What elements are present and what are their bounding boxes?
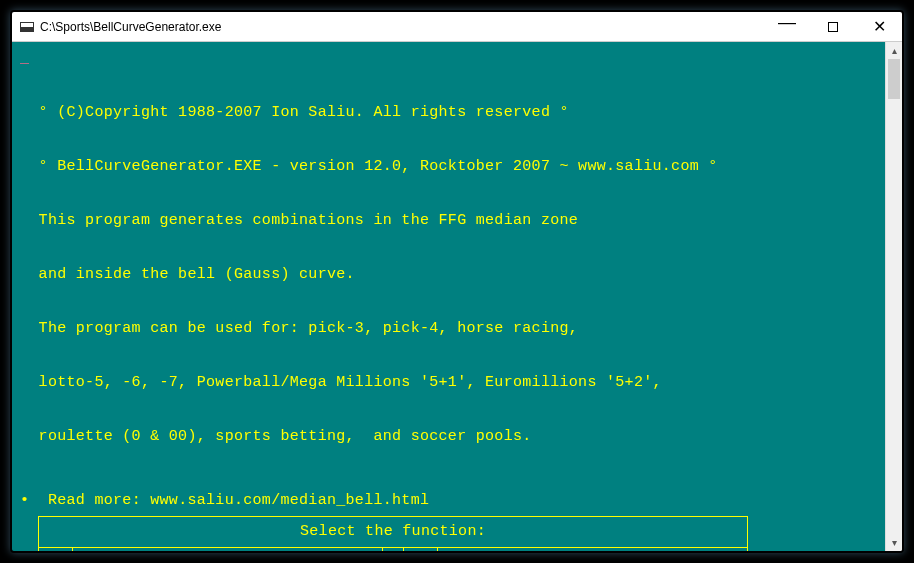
vertical-scrollbar[interactable]: ▴ ▾ xyxy=(885,42,902,551)
scrollbar-up-arrow-icon[interactable]: ▴ xyxy=(886,42,902,59)
app-icon xyxy=(20,22,34,32)
menu-label-lotto[interactable]: Lotto & Keno Games xyxy=(438,548,748,554)
intro-line: and inside the bell (Gauss) curve. xyxy=(20,266,877,284)
menu: Select the function: P Pick (Digit) Lott… xyxy=(38,516,877,553)
console-wrap: _ ° (C)Copyright 1988-2007 Ion Saliu. Al… xyxy=(12,42,902,551)
menu-key-l[interactable]: L xyxy=(404,548,438,554)
close-icon: ✕ xyxy=(873,17,886,36)
window-frame: C:\Sports\BellCurveGenerator.exe — ✕ _ °… xyxy=(10,10,904,553)
intro-line: The program can be used for: pick-3, pic… xyxy=(20,320,877,338)
title-bar[interactable]: C:\Sports\BellCurveGenerator.exe — ✕ xyxy=(12,12,902,42)
window-controls: — ✕ xyxy=(764,12,902,41)
read-more-line: • Read more: www.saliu.com/median_bell.h… xyxy=(20,492,877,510)
close-button[interactable]: ✕ xyxy=(856,12,902,41)
scrollbar-track[interactable] xyxy=(886,59,902,534)
minimize-button[interactable]: — xyxy=(764,12,810,41)
console[interactable]: _ ° (C)Copyright 1988-2007 Ion Saliu. Al… xyxy=(12,42,885,551)
scrollbar-down-arrow-icon[interactable]: ▾ xyxy=(886,534,902,551)
scrollbar-thumb[interactable] xyxy=(888,59,900,99)
intro-line: This program generates combinations in t… xyxy=(20,212,877,230)
intro-line: ° BellCurveGenerator.EXE - version 12.0,… xyxy=(20,158,877,176)
intro-line: roulette (0 & 00), sports betting, and s… xyxy=(20,428,877,446)
intro-text: ° (C)Copyright 1988-2007 Ion Saliu. All … xyxy=(20,68,877,482)
read-more-text: Read more: www.saliu.com/median_bell.htm… xyxy=(29,492,429,509)
menu-title: Select the function: xyxy=(39,517,748,548)
cursor-mark: _ xyxy=(20,50,29,67)
window-title: C:\Sports\BellCurveGenerator.exe xyxy=(40,20,764,34)
bullet-icon: • xyxy=(20,492,29,509)
menu-key-p[interactable]: P xyxy=(39,548,73,554)
menu-label-pick[interactable]: Pick (Digit) Lottery xyxy=(73,548,383,554)
intro-line: lotto-5, -6, -7, Powerball/Mega Millions… xyxy=(20,374,877,392)
maximize-button[interactable] xyxy=(810,12,856,41)
minimize-icon: — xyxy=(778,12,796,33)
intro-line: ° (C)Copyright 1988-2007 Ion Saliu. All … xyxy=(20,104,877,122)
maximize-icon xyxy=(828,22,838,32)
